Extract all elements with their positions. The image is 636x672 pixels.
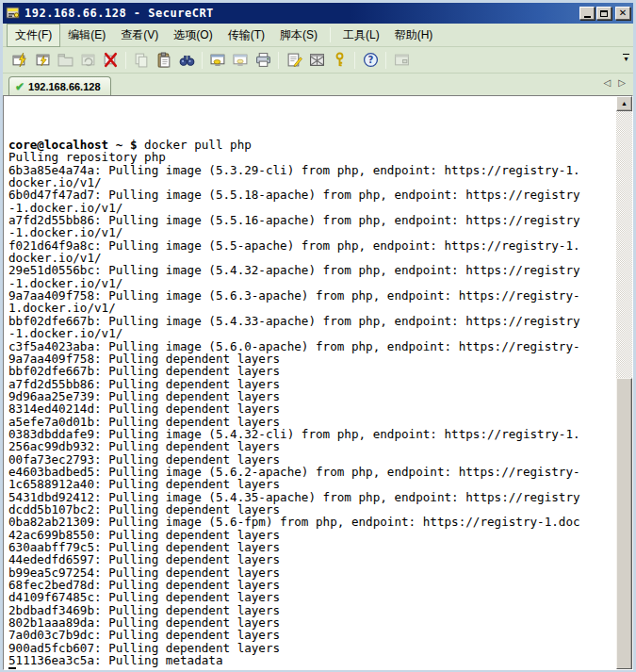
terminal-line: 6b3a85e4a74a: Pulling image (5.3.29-cli)… [8, 164, 616, 176]
terminal-line: 44ededfd6597: Pulling dependent layers [8, 553, 616, 565]
menu-item[interactable]: 传输(T) [220, 25, 272, 46]
session-window-icon[interactable] [206, 49, 229, 72]
copy-icon[interactable] [130, 49, 153, 72]
minimize-icon [584, 16, 591, 18]
minimize-button[interactable] [579, 7, 595, 20]
whats-this-icon[interactable] [390, 49, 413, 72]
session-tab-label: 192.168.66.128 [28, 81, 100, 92]
key-agent-icon[interactable] [328, 49, 351, 72]
terminal-line: 900ad5fcb607: Pulling dependent layers [8, 642, 616, 654]
close-button[interactable]: ✕ [615, 7, 630, 20]
maximize-button[interactable] [596, 7, 612, 20]
svg-text:?: ? [367, 55, 373, 65]
toolbar-separator [202, 52, 203, 69]
terminal-line: 00fa73ec2793: Pulling dependent layers [8, 453, 616, 466]
print-icon[interactable] [252, 49, 274, 72]
toolbar-overflow-icon[interactable]: ▾ [622, 54, 630, 61]
toolbar-separator [278, 52, 279, 69]
paste-icon[interactable] [153, 49, 175, 72]
tab-scroll-right-icon[interactable]: ▷ [618, 77, 626, 88]
terminal-line: 68fec2bed78d: Pulling dependent layers [8, 579, 616, 591]
tab-scroll-left-icon[interactable]: ◁ [604, 77, 612, 88]
terminal-line: 9a7aa409f758: Pulling image (5.6.3-apach… [8, 289, 616, 302]
toolbar-separator [354, 52, 355, 69]
tab-scroll-controls: ◁ ▷ [604, 77, 626, 88]
terminal-line: -1.docker.io/v1/ [8, 226, 616, 238]
terminal-line: 1c6588912a40: Pulling dependent layers [8, 478, 616, 490]
help-icon[interactable]: ? [359, 49, 382, 72]
connect-icon[interactable] [31, 49, 54, 72]
find-icon[interactable] [175, 49, 198, 72]
terminal-line: 6b0d47f47ad7: Pulling image (5.5.18-apac… [8, 188, 616, 201]
menu-item[interactable]: 文件(F) [7, 24, 60, 47]
terminal-line: 5431dbd92412: Pulling image (5.4.35-apac… [8, 491, 616, 503]
terminal-line: e4603badbed5: Pulling image (5.6.2-apach… [8, 466, 616, 478]
session-tab[interactable]: ✔ 192.168.66.128 [8, 76, 111, 95]
close-icon: ✕ [619, 8, 627, 18]
maximize-icon [600, 10, 608, 17]
terminal-line: a7fd2d55bb86: Pulling image (5.5.16-apac… [8, 214, 616, 226]
clone-session-icon[interactable] [229, 49, 252, 72]
properties-icon[interactable] [283, 49, 305, 72]
terminal-line: core@localhost ~ $ docker pull php [8, 139, 616, 151]
menu-item[interactable]: 查看(V) [113, 25, 166, 46]
connected-check-icon: ✔ [15, 81, 24, 92]
terminal-line: 29e51d0556bc: Pulling image (5.4.32-apac… [8, 264, 616, 276]
terminal[interactable]: core@localhost ~ $ docker pull phpPullin… [4, 96, 616, 669]
terminal-line: 9a7aa409f758: Pulling dependent layers [8, 352, 616, 365]
terminal-line: 256ac99db932: Pulling dependent layers [8, 440, 616, 452]
terminal-line: 630aabff79c5: Pulling dependent layers [8, 541, 616, 553]
tabbar: ✔ 192.168.66.128 ◁ ▷ [3, 74, 633, 95]
toolbar-separator [385, 52, 386, 69]
window-controls: ✕ [579, 7, 630, 20]
terminal-line: -1.docker.io/v1/ [8, 327, 616, 339]
terminal-line: -1.docker.io/v1/ [8, 277, 616, 289]
scrollbar: ▲ [616, 96, 632, 669]
terminal-line: docker.io/v1/ [8, 252, 616, 264]
terminal-output: core@localhost ~ $ docker pull phpPullin… [8, 139, 616, 666]
titlebar[interactable]: 192.168.66.128 - SecureCRT ✕ [3, 3, 633, 24]
terminal-line: 2bdbadf3469b: Pulling dependent layers [8, 604, 616, 616]
terminal-line: 0383dbddafe9: Pulling image (5.4.32-cli)… [8, 428, 616, 440]
terminal-line: docker.io/v1/ [8, 176, 616, 188]
menu-item[interactable]: 编辑(E) [60, 25, 113, 46]
terminal-line: bbf02dfe667b: Pulling dependent layers [8, 365, 616, 377]
open-session-icon[interactable] [54, 49, 76, 72]
terminal-line: 802b1aaa89da: Pulling dependent layers [8, 616, 616, 629]
app-icon [6, 6, 21, 21]
menu-item[interactable]: 帮助(H) [387, 25, 441, 46]
scroll-up-button[interactable]: ▲ [616, 96, 632, 111]
terminal-line: 0ba82ab21309: Pulling image (5.6-fpm) fr… [8, 516, 616, 528]
terminal-line: 8314ed40214d: Pulling dependent layers [8, 402, 616, 415]
toolbar: ? ▾ [3, 47, 633, 74]
window-title: 192.168.66.128 - SecureCRT [24, 7, 579, 20]
terminal-line: -1.docker.io/v1/ [8, 202, 616, 214]
session-options-icon[interactable] [305, 49, 328, 72]
terminal-line: a7fd2d55bb86: Pulling dependent layers [8, 378, 616, 390]
terminal-line: 9d96aa25e739: Pulling dependent layers [8, 390, 616, 402]
terminal-line: b99ea5c97254: Pulling dependent layers [8, 566, 616, 579]
terminal-line: d4109f67485c: Pulling dependent layers [8, 591, 616, 603]
terminal-line: Pulling repository php [8, 151, 616, 163]
terminal-line: 42ac699b8550: Pulling dependent layers [8, 529, 616, 541]
terminal-line: 1.docker.io/v1/ [8, 302, 616, 314]
terminal-line: 7a0d03c7b9dc: Pulling dependent layers [8, 629, 616, 641]
reconnect-icon[interactable] [76, 49, 99, 72]
disconnect-icon[interactable] [99, 49, 122, 72]
quick-connect-icon[interactable] [8, 49, 31, 72]
terminal-cursor [8, 667, 16, 669]
terminal-line: dcdd5b107bc2: Pulling dependent layers [8, 503, 616, 516]
menu-item[interactable]: 脚本(S) [272, 25, 325, 46]
terminal-line: c3f5a4023aba: Pulling image (5.6.0-apach… [8, 340, 616, 352]
securecrt-window: 192.168.66.128 - SecureCRT ✕ 文件(F)编辑(E)查… [0, 0, 636, 672]
scrollbar-track[interactable] [616, 111, 632, 378]
client-area: core@localhost ~ $ docker pull phpPullin… [3, 95, 633, 670]
terminal-line: f021d64f9a8c: Pulling image (5.5-apache)… [8, 239, 616, 252]
terminal-line: 511136ea3c5a: Pulling metadata [8, 654, 616, 666]
menu-item[interactable]: 工具(L) [335, 25, 387, 46]
menubar: 文件(F)编辑(E)查看(V)选项(O)传输(T)脚本(S)工具(L)帮助(H) [3, 24, 633, 47]
menu-item[interactable]: 选项(O) [166, 25, 220, 46]
terminal-line: a5efe7a0d01b: Pulling dependent layers [8, 416, 616, 428]
menubar-separator [330, 27, 331, 42]
scrollbar-thumb[interactable] [616, 378, 632, 669]
